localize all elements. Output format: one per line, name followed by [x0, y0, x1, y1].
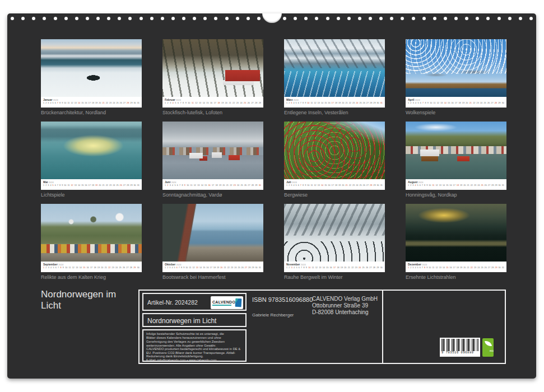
binding-hole [161, 17, 164, 20]
day-number: 4 [50, 102, 51, 104]
day-number: 17 [455, 102, 457, 104]
day-number: 7 [180, 102, 182, 104]
month-cell: April 2024 12345678910111213141516171819… [406, 39, 506, 116]
day-number: 13 [439, 184, 441, 186]
day-number: 17 [332, 102, 334, 104]
month-photo [284, 39, 385, 97]
day-number: 27 [488, 184, 490, 186]
month-caption: Ersehnte Lichtstrahlen [406, 274, 506, 281]
month-name: Mai [43, 180, 48, 184]
day-number: 12 [314, 184, 316, 186]
day-number: 23 [474, 184, 476, 186]
day-number: 15 [324, 184, 327, 186]
day-number: 7 [300, 184, 301, 186]
calvendo-logo-text-block: CALVENDO [212, 300, 235, 306]
day-number: 1 [43, 102, 44, 104]
binding-hole [203, 17, 207, 20]
month-caption: Brückenarchitektur, Nordland [41, 110, 142, 116]
day-number: 25 [481, 267, 483, 269]
day-number: 7 [57, 184, 58, 186]
day-number: 25 [240, 184, 243, 186]
month-strip-inner: Februar 2024 123456789101112131415161718… [165, 98, 261, 104]
month-cell: Dezember 2024 12345678910111213141516171… [406, 204, 506, 281]
day-number: 18 [335, 184, 337, 186]
month-year: 2024 [176, 99, 181, 101]
month-caption: Relikte aus dem Kalten Krieg [41, 274, 142, 281]
day-number: 6 [55, 184, 56, 186]
month-caption: Honningsvåg, Nordkap [406, 192, 506, 198]
day-number: 24 [115, 267, 118, 269]
day-number: 26 [123, 267, 125, 269]
binding-hole [379, 17, 383, 20]
day-number: 13 [197, 184, 199, 186]
day-number: 4 [415, 102, 416, 104]
binding-hole [465, 17, 468, 20]
month-year: 2024 [294, 99, 299, 101]
column-divider [382, 291, 383, 363]
day-number: 10 [308, 267, 310, 269]
month-cell: November 2024 12345678910111213141516171… [284, 204, 385, 281]
day-number: 7 [300, 102, 301, 104]
day-number: 11 [67, 184, 69, 186]
day-number: 10 [429, 184, 431, 186]
day-number: 8 [60, 267, 61, 269]
day-number: 28 [127, 184, 129, 186]
day-number: 15 [448, 102, 450, 104]
month-days-row: 1234567891011121314151617181920212223242… [286, 267, 383, 269]
day-number: 27 [369, 267, 371, 269]
binding-hole [96, 17, 100, 20]
day-number: 25 [359, 102, 361, 104]
day-number: 14 [201, 184, 203, 186]
month-strip-inner: September 2024 1234567891011121314151617… [43, 263, 140, 269]
day-number: 13 [318, 102, 320, 104]
day-number: 24 [477, 267, 480, 269]
day-number: 28 [127, 102, 129, 104]
calendar-back-page: Januar 2024 1234567891011121314151617181… [0, 0, 544, 392]
day-number: 30 [137, 267, 140, 269]
month-photo [162, 204, 263, 262]
day-number: 16 [449, 267, 452, 269]
day-number: 29 [376, 267, 379, 269]
calendar-sheet: Januar 2024 1234567891011121314151617181… [7, 13, 536, 379]
month-photo [406, 39, 506, 97]
day-number: 6 [177, 184, 178, 186]
day-number: 16 [452, 102, 454, 104]
day-number: 7 [179, 267, 180, 269]
day-number: 23 [236, 102, 239, 104]
day-number: 8 [303, 267, 304, 269]
month-label: Juni 2024 [165, 180, 261, 184]
day-number: 1 [408, 184, 409, 186]
day-number: 12 [314, 102, 316, 104]
binding-hole [128, 17, 132, 20]
day-number: 1 [43, 184, 44, 186]
day-number: 3 [169, 267, 170, 269]
day-number: 17 [212, 184, 214, 186]
day-number: 30 [499, 184, 501, 186]
eco-label-wrap: eco [482, 349, 494, 354]
calvendo-logo-tagline-bar [212, 305, 231, 306]
day-number: 23 [112, 267, 114, 269]
month-name: Juli [286, 180, 291, 184]
day-number: 5 [417, 184, 419, 186]
day-number: 7 [179, 184, 180, 186]
day-number: 25 [244, 102, 246, 104]
day-number: 14 [199, 267, 202, 269]
day-number: 20 [101, 267, 103, 269]
day-number: 16 [208, 184, 211, 186]
month-cell: September 2024 1234567891011121314151617… [41, 204, 142, 281]
month-strip-inner: Januar 2024 1234567891011121314151617181… [43, 98, 140, 104]
month-calendar-strip: Januar 2024 1234567891011121314151617181… [41, 97, 142, 108]
day-number: 6 [178, 102, 179, 104]
binding-hole [11, 17, 14, 20]
day-number: 9 [184, 184, 185, 186]
month-photo [162, 39, 263, 97]
month-strip-inner: Juli 2024 123456789101112131415161718192… [286, 180, 383, 186]
day-number: 9 [63, 267, 64, 269]
day-number: 22 [351, 267, 354, 269]
day-number: 17 [333, 267, 336, 269]
day-number: 9 [185, 102, 187, 104]
day-number: 12 [315, 267, 318, 269]
day-number: 19 [338, 102, 341, 104]
day-number: 24 [237, 184, 239, 186]
day-number: 25 [483, 102, 486, 104]
